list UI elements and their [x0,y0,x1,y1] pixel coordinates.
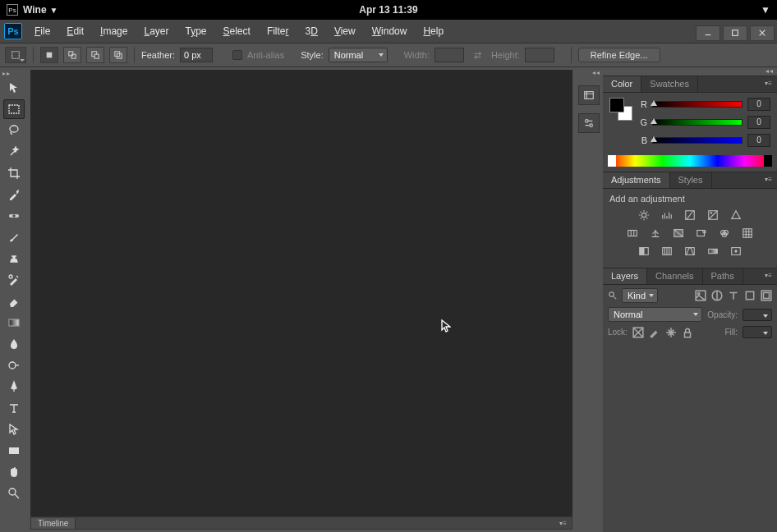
tab-swatches[interactable]: Swatches [641,76,698,92]
path-selection-tool[interactable] [3,420,25,439]
menu-file[interactable]: File [26,21,58,42]
pen-tool[interactable] [3,377,25,397]
tab-styles[interactable]: Styles [670,172,712,188]
opacity-input[interactable] [743,309,772,321]
gradient-tool[interactable] [3,313,25,332]
move-tool[interactable] [3,78,25,98]
window-maximize-button[interactable] [723,25,747,41]
refine-edge-button[interactable]: Refine Edge... [578,48,660,62]
color-spectrum-ramp[interactable] [608,155,772,167]
current-tool-indicator[interactable] [5,47,26,63]
menu-edit[interactable]: Edit [58,21,92,42]
selective-color-icon[interactable] [729,245,743,258]
curves-icon[interactable] [683,209,697,222]
vibrance-icon[interactable] [729,209,743,222]
window-close-button[interactable] [750,25,775,41]
tab-layers[interactable]: Layers [603,268,647,284]
photo-filter-icon[interactable] [694,227,709,240]
filter-pixel-icon[interactable] [695,290,706,301]
magic-wand-tool[interactable] [3,142,25,162]
menu-filter[interactable]: Filter [259,21,297,42]
r-value-input[interactable]: 0 [747,98,770,111]
filter-adjustment-icon[interactable] [711,290,723,301]
lasso-tool[interactable] [3,121,25,140]
layer-filter-search-icon[interactable] [608,291,617,301]
g-value-input[interactable]: 0 [747,116,770,129]
selection-intersect-icon[interactable] [109,47,127,63]
properties-panel-icon[interactable] [578,113,600,133]
dodge-tool[interactable] [3,355,25,375]
os-app-name[interactable]: Wine [23,4,47,16]
os-app-menu-chevron-icon[interactable]: ▼ [50,6,58,15]
brush-tool[interactable] [3,227,25,247]
levels-icon[interactable] [660,209,674,222]
menu-3d[interactable]: 3D [297,21,326,42]
selection-new-icon[interactable] [40,47,58,63]
filter-smart-icon[interactable] [761,290,772,301]
r-slider[interactable] [652,101,743,108]
foreground-color-swatch[interactable] [609,98,624,112]
exposure-icon[interactable] [706,209,720,222]
color-flyout-icon[interactable]: ▾≡ [760,76,777,92]
b-value-input[interactable]: 0 [747,134,770,147]
gradient-map-icon[interactable] [706,245,720,258]
lock-all-icon[interactable] [682,327,693,338]
black-white-icon[interactable] [671,227,686,240]
foreground-background-swatch[interactable] [609,98,632,121]
menu-image[interactable]: Image [92,21,136,42]
selection-add-icon[interactable] [63,47,81,63]
menu-type[interactable]: Type [177,21,214,42]
style-select[interactable]: Normal [329,48,388,62]
color-balance-icon[interactable] [648,227,663,240]
fill-input[interactable] [743,326,772,338]
rectangular-marquee-tool[interactable] [3,99,25,119]
g-slider[interactable] [652,119,743,126]
timeline-flyout-icon[interactable]: ▾≡ [554,520,572,527]
type-tool[interactable] [3,398,25,418]
history-brush-tool[interactable] [3,270,25,290]
menu-view[interactable]: View [326,21,364,42]
color-lookup-icon[interactable] [740,227,755,240]
eyedropper-tool[interactable] [3,185,25,204]
rectangle-tool[interactable] [3,441,25,461]
posterize-icon[interactable] [660,245,674,258]
panels-collapse-icon[interactable]: ◂◂ [603,67,777,76]
lock-image-icon[interactable] [649,327,660,338]
menu-select[interactable]: Select [215,21,259,42]
threshold-icon[interactable] [683,245,697,258]
brightness-contrast-icon[interactable] [637,209,651,222]
blend-mode-select[interactable]: Normal [608,307,702,322]
eraser-tool[interactable] [3,291,25,311]
menu-help[interactable]: Help [415,21,452,42]
layer-filter-kind-select[interactable]: Kind [622,288,658,303]
feather-input[interactable]: 0 px [180,48,213,62]
tools-collapse-icon[interactable]: ▸▸ [0,69,28,77]
lock-position-icon[interactable] [665,327,677,338]
hand-tool[interactable] [3,462,25,482]
invert-icon[interactable] [637,245,651,258]
tray-chevron-down-icon[interactable]: ▼ [761,4,770,16]
menu-layer[interactable]: Layer [136,21,177,42]
tab-channels[interactable]: Channels [647,268,702,284]
tab-color[interactable]: Color [603,76,641,92]
dock-collapse-icon[interactable]: ◂◂ [575,69,603,77]
filter-shape-icon[interactable] [744,290,756,301]
blur-tool[interactable] [3,334,25,354]
healing-brush-tool[interactable] [3,206,25,226]
crop-tool[interactable] [3,163,25,183]
hue-saturation-icon[interactable] [625,227,640,240]
timeline-tab[interactable]: Timeline [31,518,76,529]
lock-transparency-icon[interactable] [632,327,644,338]
zoom-tool[interactable] [3,484,25,503]
menu-window[interactable]: Window [364,21,416,42]
canvas-area[interactable] [30,70,572,516]
selection-subtract-icon[interactable] [86,47,104,63]
channel-mixer-icon[interactable] [717,227,732,240]
filter-type-icon[interactable] [728,290,739,301]
window-minimize-button[interactable] [696,25,720,41]
adjustments-flyout-icon[interactable]: ▾≡ [760,172,777,188]
b-slider[interactable] [652,137,743,144]
clone-stamp-tool[interactable] [3,249,25,268]
layers-flyout-icon[interactable]: ▾≡ [760,268,777,284]
tab-adjustments[interactable]: Adjustments [603,172,670,188]
